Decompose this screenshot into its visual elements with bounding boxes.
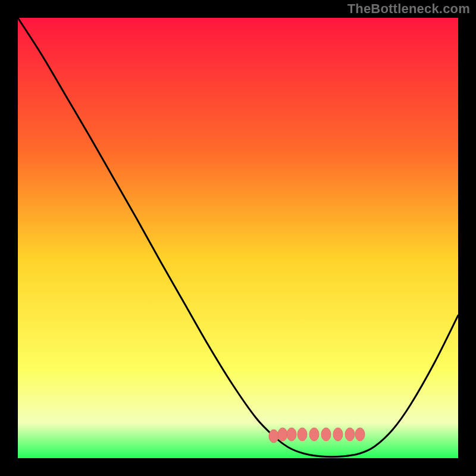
optimal-marker <box>345 428 355 441</box>
optimal-marker <box>269 430 278 443</box>
optimal-marker <box>333 428 343 441</box>
optimal-marker <box>287 428 296 441</box>
chart-frame: TheBottleneck.com <box>0 0 476 476</box>
watermark-text: TheBottleneck.com <box>347 1 470 17</box>
optimal-marker <box>321 428 331 441</box>
optimal-marker <box>278 428 287 441</box>
plot-area <box>18 18 458 458</box>
optimal-marker <box>309 428 319 441</box>
optimal-marker <box>298 428 307 441</box>
chart-svg <box>18 18 458 458</box>
optimal-marker <box>355 428 365 441</box>
